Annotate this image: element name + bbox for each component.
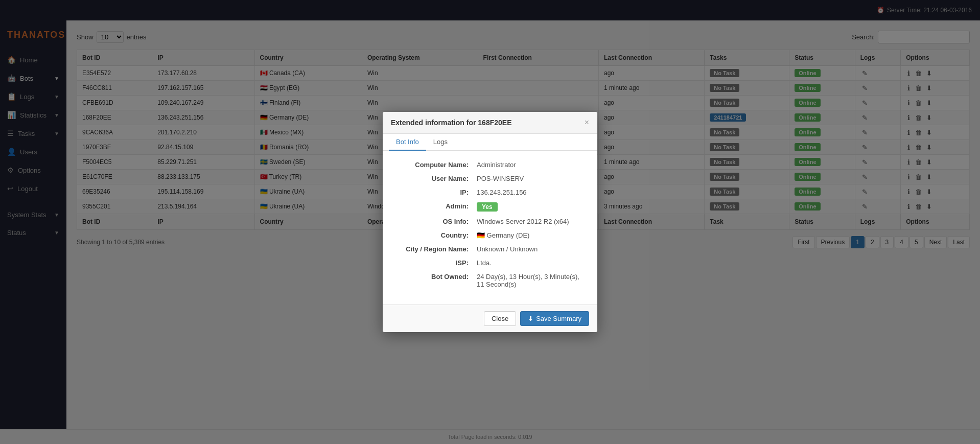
info-value-cell: Unknown / Unknown	[477, 245, 585, 253]
info-value: Administrator	[477, 161, 516, 169]
modal-title: Extended information for 168F20EE	[391, 119, 512, 127]
info-value: Unknown / Unknown	[477, 245, 538, 253]
info-row: OS Info: Windows Server 2012 R2 (x64)	[395, 218, 585, 225]
tab-logs[interactable]: Logs	[426, 134, 455, 151]
info-label: City / Region Name:	[395, 245, 477, 253]
info-value: 🇩🇪 Germany (DE)	[477, 231, 529, 239]
info-row: ISP: Ltda.	[395, 259, 585, 267]
info-value: POS-WINSERV	[477, 175, 524, 182]
info-row: City / Region Name: Unknown / Unknown	[395, 245, 585, 253]
info-row: User Name: POS-WINSERV	[395, 175, 585, 182]
modal-footer: Close ⬇ Save Summary	[383, 305, 597, 332]
save-summary-label: Save Summary	[536, 315, 581, 322]
info-value-cell: 136.243.251.156	[477, 189, 585, 196]
modal-close-button[interactable]: ×	[585, 118, 589, 127]
info-value: Windows Server 2012 R2 (x64)	[477, 218, 569, 225]
info-label: Admin:	[395, 202, 477, 210]
info-value-cell: POS-WINSERV	[477, 175, 585, 182]
info-value-cell: 24 Day(s), 13 Hour(s), 3 Minute(s), 11 S…	[477, 273, 585, 288]
info-label: User Name:	[395, 175, 477, 182]
info-value-cell: Yes	[477, 202, 585, 212]
info-row: Admin: Yes	[395, 202, 585, 212]
tab-bot-info[interactable]: Bot Info	[389, 134, 426, 151]
info-label: Bot Owned:	[395, 273, 477, 281]
save-summary-button[interactable]: ⬇ Save Summary	[520, 311, 589, 326]
modal-overlay: Extended information for 168F20EE × Bot …	[0, 0, 980, 444]
info-value-cell: Ltda.	[477, 259, 585, 267]
info-value-cell: Windows Server 2012 R2 (x64)	[477, 218, 585, 225]
info-row: IP: 136.243.251.156	[395, 189, 585, 196]
modal-tabs: Bot Info Logs	[383, 134, 597, 151]
info-value: 136.243.251.156	[477, 189, 527, 196]
info-value: Ltda.	[477, 259, 492, 267]
info-label: Country:	[395, 231, 477, 239]
modal-body: Computer Name: Administrator User Name: …	[383, 151, 597, 305]
admin-badge: Yes	[477, 202, 498, 212]
info-label: OS Info:	[395, 218, 477, 225]
info-row: Computer Name: Administrator	[395, 161, 585, 169]
info-value-cell: 🇩🇪 Germany (DE)	[477, 231, 585, 239]
info-value: 24 Day(s), 13 Hour(s), 3 Minute(s), 11 S…	[477, 273, 579, 288]
info-row: Country: 🇩🇪 Germany (DE)	[395, 231, 585, 239]
modal-header: Extended information for 168F20EE ×	[383, 112, 597, 134]
info-value-cell: Administrator	[477, 161, 585, 169]
info-row: Bot Owned: 24 Day(s), 13 Hour(s), 3 Minu…	[395, 273, 585, 288]
info-label: Computer Name:	[395, 161, 477, 169]
download-icon: ⬇	[528, 315, 533, 322]
extended-info-modal: Extended information for 168F20EE × Bot …	[383, 112, 597, 332]
close-button[interactable]: Close	[484, 311, 516, 326]
info-label: IP:	[395, 189, 477, 196]
info-label: ISP:	[395, 259, 477, 267]
